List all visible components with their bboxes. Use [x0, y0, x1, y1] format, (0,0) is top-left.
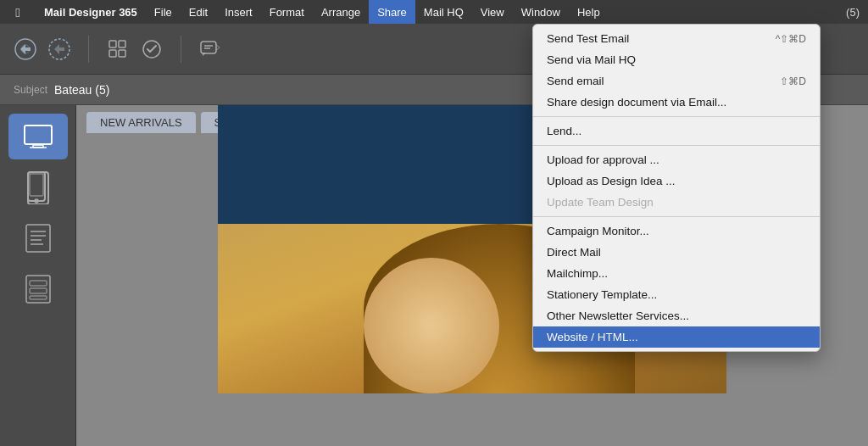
svg-rect-8: [201, 42, 216, 53]
menu-item-mailchimp[interactable]: Mailchimp...: [533, 263, 820, 284]
menu-edit[interactable]: Edit: [181, 0, 216, 24]
menu-item-other-newsletter[interactable]: Other Newsletter Services...: [533, 305, 820, 326]
menu-item-lend[interactable]: Lend...: [533, 120, 820, 142]
menu-arrange[interactable]: Arrange: [313, 0, 369, 24]
left-panel: [0, 105, 76, 446]
menu-item-send-email[interactable]: Send email ⇧⌘D: [533, 70, 820, 92]
menu-item-send-via-mailhq[interactable]: Send via Mail HQ: [533, 49, 820, 70]
toolbar-divider-1: [88, 36, 89, 63]
send-email-icon[interactable]: [10, 34, 41, 64]
comment-icon[interactable]: [195, 34, 225, 64]
menu-item-share-design-email[interactable]: Share design document via Email...: [533, 92, 820, 113]
menu-file[interactable]: File: [146, 0, 181, 24]
separator-1: [533, 116, 820, 117]
device-desktop-btn[interactable]: [8, 114, 68, 159]
separator-2: [533, 145, 820, 146]
svg-rect-14: [28, 172, 45, 201]
device-mobile-btn[interactable]: [8, 164, 68, 210]
send-icon-2[interactable]: [44, 34, 75, 64]
toolbar-divider-2: [181, 36, 181, 63]
svg-rect-18: [26, 225, 50, 252]
svg-rect-25: [30, 288, 47, 293]
svg-rect-17: [30, 174, 43, 196]
menu-mailhq[interactable]: Mail HQ: [415, 0, 472, 24]
menu-right-count: (5): [837, 6, 868, 19]
menu-item-upload-approval[interactable]: Upload for approval ...: [533, 149, 820, 170]
menu-item-direct-mail[interactable]: Direct Mail: [533, 242, 820, 263]
menu-item-update-team-design: Update Team Design: [533, 192, 820, 213]
menu-help[interactable]: Help: [569, 0, 609, 24]
svg-rect-4: [119, 41, 125, 47]
svg-rect-11: [25, 125, 52, 144]
menu-window[interactable]: Window: [513, 0, 569, 24]
device-text-btn[interactable]: [8, 215, 68, 261]
device-list-btn[interactable]: [8, 266, 68, 312]
toolbar-action-group: [103, 34, 167, 64]
apple-menu-icon[interactable]: : [0, 5, 36, 20]
svg-rect-3: [109, 41, 116, 47]
face-decoration: [364, 258, 499, 393]
menu-item-send-test-email[interactable]: Send Test Email ^⇧⌘D: [533, 28, 820, 49]
layout-icon[interactable]: [103, 34, 133, 64]
menu-item-stationery-template[interactable]: Stationery Template...: [533, 284, 820, 305]
tab-new-arrivals[interactable]: NEW ARRIVALS: [86, 112, 196, 133]
svg-rect-6: [119, 50, 125, 57]
menu-item-campaign-monitor[interactable]: Campaign Monitor...: [533, 220, 820, 242]
menu-view[interactable]: View: [472, 0, 513, 24]
menu-format[interactable]: Format: [261, 0, 313, 24]
share-dropdown-menu: Send Test Email ^⇧⌘D Send via Mail HQ Se…: [532, 24, 821, 352]
app-name: Mail Designer 365: [36, 6, 146, 19]
menu-insert[interactable]: Insert: [216, 0, 261, 24]
subject-label: Subject: [14, 84, 47, 96]
subject-value: Bateau (5): [54, 83, 109, 97]
menu-share[interactable]: Share: [369, 0, 415, 24]
shortcut-send-email: ⇧⌘D: [780, 75, 806, 87]
shortcut-send-test: ^⇧⌘D: [776, 33, 806, 45]
menu-item-website-html[interactable]: Website / HTML...: [533, 326, 820, 348]
svg-rect-26: [30, 296, 47, 299]
menubar:  Mail Designer 365 File Edit Insert For…: [0, 0, 868, 24]
menu-item-upload-design-idea[interactable]: Upload as Design Idea ...: [533, 170, 820, 192]
separator-3: [533, 216, 820, 217]
toolbar-send-group: [10, 34, 75, 64]
checkmark-icon[interactable]: [136, 34, 167, 64]
svg-rect-5: [109, 50, 116, 57]
svg-rect-24: [30, 281, 47, 286]
